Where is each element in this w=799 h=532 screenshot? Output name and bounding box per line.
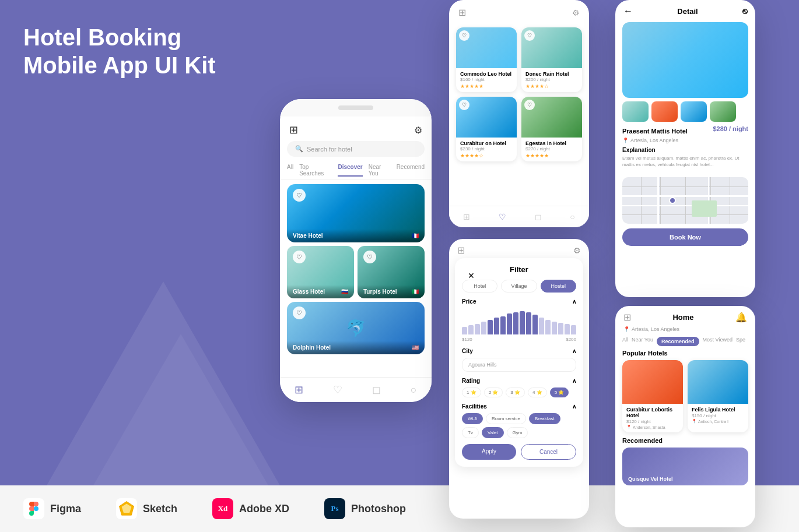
facilities-header: Facilities ∧ xyxy=(462,403,576,410)
tool-ps[interactable]: Ps Photoshop xyxy=(324,498,406,519)
phone3-grid-icon[interactable]: ⊞ xyxy=(457,245,465,256)
rating-label: Rating xyxy=(462,378,480,384)
phone-home: ⊞ Home 🔔 📍 Artesia, Los Angeles All Near… xyxy=(615,306,755,527)
commodo-hotel[interactable]: ♡ Commodo Leo Hotel $160 / night ★★★★★ xyxy=(456,27,517,92)
thumb-2[interactable] xyxy=(651,101,678,122)
facility-gym[interactable]: Gym xyxy=(507,427,528,438)
home-tab-spe[interactable]: Spe xyxy=(736,337,745,346)
home-grid-icon[interactable]: ⊞ xyxy=(623,312,631,323)
map-line-v2 xyxy=(660,177,661,224)
tab-top-searches[interactable]: Top Searches xyxy=(299,164,332,177)
apply-btn[interactable]: Apply xyxy=(462,444,516,460)
detail-hotel-name: Praesent Mattis Hotel $280 / night xyxy=(622,125,748,136)
bar-12 xyxy=(532,315,538,334)
glass-hotel-card[interactable]: ♡ Glass Hotel 🇷🇺 xyxy=(287,246,354,298)
city-section: City ∧ Agoura Hills xyxy=(462,348,576,372)
grid-icon[interactable]: ⊞ xyxy=(289,124,298,136)
home-tab-recomended[interactable]: Recomended xyxy=(657,337,699,346)
nav-user-icon[interactable]: ○ xyxy=(411,384,417,396)
facility-tv[interactable]: Tv xyxy=(462,427,479,438)
thumb-3[interactable] xyxy=(681,101,707,122)
city-input[interactable]: Agoura Hills xyxy=(462,358,576,372)
thumb-4[interactable] xyxy=(710,101,736,122)
detail-back-icon[interactable]: ← xyxy=(623,6,633,16)
donec-stars: ★★★★☆ xyxy=(525,83,578,89)
phone2-grid-icon[interactable]: ⊞ xyxy=(458,7,466,18)
filter-icon[interactable]: ⚙ xyxy=(414,125,422,136)
glass-heart[interactable]: ♡ xyxy=(293,251,306,263)
facility-wifi[interactable]: Wi-fi xyxy=(462,413,483,424)
home-bell-icon[interactable]: 🔔 xyxy=(735,312,747,323)
nav-heart-icon[interactable]: ♡ xyxy=(333,383,342,396)
commodo-info: Commodo Leo Hotel $160 / night ★★★★★ xyxy=(456,68,517,92)
detail-share-icon[interactable]: ⎋ xyxy=(742,6,747,16)
rating-5[interactable]: 5 ⭐ xyxy=(550,387,569,397)
facilities-section: Facilities ∧ Wi-fi Room service Breakfas… xyxy=(462,403,576,438)
hotel-grid: ♡ Commodo Leo Hotel $160 / night ★★★★★ ♡… xyxy=(449,23,589,166)
tab-recomend[interactable]: Recomend xyxy=(397,164,425,177)
phone2-filter-icon[interactable]: ⚙ xyxy=(572,8,580,17)
nav-home-icon[interactable]: ⊞ xyxy=(295,383,303,396)
filter-title: Filter xyxy=(462,265,576,274)
phone2-nav-map[interactable]: ◻ xyxy=(535,212,542,221)
map-area[interactable] xyxy=(622,177,748,224)
phone2-nav-heart[interactable]: ♡ xyxy=(499,212,506,221)
bar-17 xyxy=(565,324,570,334)
phone2-nav-home[interactable]: ⊞ xyxy=(463,212,470,221)
bar-16 xyxy=(558,323,563,334)
bar-5 xyxy=(488,320,493,334)
rating-buttons: 1 ⭐ 2 ⭐ 3 ⭐ 4 ⭐ 5 ⭐ xyxy=(462,387,576,397)
vitae-heart[interactable]: ♡ xyxy=(293,189,306,202)
tool-figma[interactable]: Figma xyxy=(23,498,81,519)
bar-7 xyxy=(500,316,506,335)
felis-ligula-card[interactable]: Felis Ligula Hotel $150 / night 📍 Antioc… xyxy=(688,360,748,432)
tab-near-you[interactable]: Near You xyxy=(369,164,391,177)
type-hotel-btn[interactable]: Hotel xyxy=(462,280,497,293)
home-tab-most-viewed[interactable]: Most Viewed xyxy=(703,337,733,346)
curabitur-lobortis-card[interactable]: Curabitur Lobortis Hotel $120 / night 📍 … xyxy=(622,360,683,432)
phone3-filter-icon[interactable]: ⚙ xyxy=(573,246,581,255)
home-tab-near[interactable]: Near You xyxy=(632,337,653,346)
phone-discover: ⊞ ⚙ 🔍 Search for hotel All Top Searches … xyxy=(280,99,432,402)
type-village-btn[interactable]: Village xyxy=(501,280,537,293)
map-green xyxy=(692,200,717,217)
egestas-price: $270 / night xyxy=(525,146,578,152)
nav-map-icon[interactable]: ◻ xyxy=(372,383,381,396)
type-hostel-btn[interactable]: Hostel xyxy=(541,280,576,293)
dolphin-heart[interactable]: ♡ xyxy=(293,306,306,319)
quisque-card[interactable]: Quisque Vel Hotel xyxy=(622,448,748,485)
facility-breakfast[interactable]: Breakfast xyxy=(529,413,560,424)
rating-1[interactable]: 1 ⭐ xyxy=(462,387,481,397)
filter-close-btn[interactable]: ✕ xyxy=(468,271,475,280)
tab-all[interactable]: All xyxy=(287,164,293,177)
tool-xd[interactable]: Xd Adobe XD xyxy=(212,498,289,519)
sketch-label: Sketch xyxy=(143,503,177,515)
cancel-btn[interactable]: Cancel xyxy=(521,444,576,460)
thumb-1[interactable] xyxy=(622,101,649,122)
tab-discover[interactable]: Discover xyxy=(338,164,362,177)
location-text: Artesia, Los Angeles xyxy=(630,138,678,143)
map-line-v5 xyxy=(730,177,730,224)
dolphin-hotel-card[interactable]: 🐬 ♡ Dolphin Hotel 🇺🇸 xyxy=(287,302,425,354)
home-tab-all[interactable]: All xyxy=(622,337,628,346)
curabitur-hotel[interactable]: ♡ Curabitur on Hotel $230 / night ★★★★☆ xyxy=(456,97,517,161)
facility-room-service[interactable]: Room service xyxy=(486,413,526,424)
curabitur-stars: ★★★★☆ xyxy=(460,153,513,158)
turpis-heart[interactable]: ♡ xyxy=(363,251,376,263)
egestas-hotel[interactable]: ♡ Egestas in Hotel $270 / night ★★★★★ xyxy=(521,97,582,161)
rating-4[interactable]: 4 ⭐ xyxy=(528,387,547,397)
phone2-nav-user[interactable]: ○ xyxy=(570,212,574,221)
tool-sketch[interactable]: Sketch xyxy=(116,498,177,519)
search-bar[interactable]: 🔍 Search for hotel xyxy=(287,141,425,157)
detail-thumbnails xyxy=(615,98,755,125)
turpis-hotel-card[interactable]: ♡ Turpis Hotel 🇮🇹 xyxy=(358,246,425,298)
facility-valet[interactable]: Valet xyxy=(482,427,504,438)
donec-hotel[interactable]: ♡ Donec Rain Hotel $200 / night ★★★★☆ xyxy=(521,27,582,92)
type-buttons: Hotel Village Hostel xyxy=(462,280,576,293)
rating-2[interactable]: 2 ⭐ xyxy=(484,387,503,397)
felis-ligula-name: Felis Ligula Hotel xyxy=(692,407,744,413)
book-now-btn[interactable]: Book Now xyxy=(622,228,748,246)
rating-3[interactable]: 3 ⭐ xyxy=(506,387,525,397)
vitae-hotel-card[interactable]: ♡ Vitae Hotel 🇫🇷 xyxy=(287,184,425,242)
detail-location: 📍 Artesia, Los Angeles xyxy=(622,138,748,143)
